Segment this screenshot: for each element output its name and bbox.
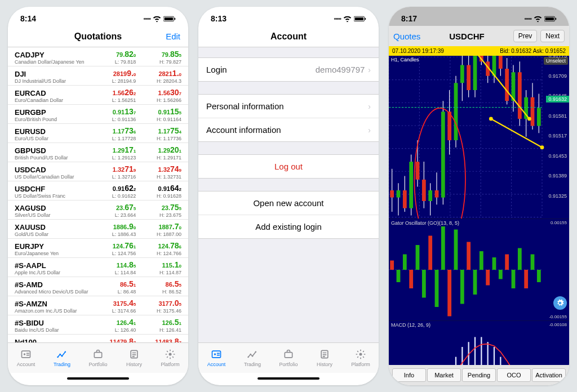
seg-info[interactable]: Info xyxy=(392,368,426,382)
quote-row[interactable]: #S-AMDAdvanced Micro Devic/US Dollar 86.… xyxy=(8,277,188,296)
low-value: L: 79.818 xyxy=(91,59,136,65)
high-value: H: 1.56266 xyxy=(136,97,181,103)
candle-panel[interactable]: H1, Candles Unselect 0.917730.917090.916… xyxy=(389,56,569,219)
page-title: Account xyxy=(270,32,307,42)
seg-oco[interactable]: OCO xyxy=(497,368,531,382)
quote-row[interactable]: Nd100Nasdaq 100/US Dollar 11479.87L: 114… xyxy=(8,335,188,342)
macd-panel[interactable]: MACD (12, 26, 9) -0.00108-0.00096-0.0009… xyxy=(389,320,569,365)
tab-history[interactable]: History xyxy=(307,343,343,373)
gator-chart[interactable] xyxy=(389,219,569,320)
status-bar: 8:14 ••••• xyxy=(8,7,188,26)
symbol: #S-BIDU xyxy=(15,319,91,327)
ask-price: 124.786 xyxy=(136,240,181,251)
svg-rect-21 xyxy=(285,353,292,358)
quote-row[interactable]: XAUUSDGold/US Dollar 1886.90L: 1886.43 1… xyxy=(8,220,188,239)
svg-rect-115 xyxy=(499,270,503,279)
quote-row[interactable]: GBPUSDBritish Pound/US Dollar 1.29171L: … xyxy=(8,143,188,162)
quotes-list[interactable]: CADJPYCanadian Dollar/Japanese Yen 79.82… xyxy=(8,47,188,342)
status-bar: 8:13 ••••• xyxy=(198,7,379,26)
svg-point-19 xyxy=(252,355,254,357)
row-logout[interactable]: Log out xyxy=(198,155,379,178)
seg-activation[interactable]: Activation xyxy=(532,368,566,382)
seg-pending[interactable]: Pending xyxy=(462,368,496,382)
settings-gear-button[interactable] xyxy=(553,296,567,310)
home-indicator xyxy=(8,373,188,385)
gator-panel[interactable]: Gator Oscillator (GO)(13, 8, 5) 0.00155-… xyxy=(389,219,569,320)
tab-platform[interactable]: Platform xyxy=(343,343,379,373)
high-value: H: 1887.00 xyxy=(136,231,181,237)
symbol-desc: Euro/Canadian Dollar xyxy=(15,97,91,103)
tab-platform[interactable]: Platform xyxy=(152,343,188,373)
row-open-account[interactable]: Open new account xyxy=(198,191,379,215)
svg-point-6 xyxy=(59,354,61,355)
quote-row[interactable]: #S-AMZNAmazon.com Inc./US Dollar 3175.45… xyxy=(8,296,188,315)
quote-row[interactable]: CADJPYCanadian Dollar/Japanese Yen 79.82… xyxy=(8,47,188,66)
row-account-info[interactable]: Account information› xyxy=(198,118,379,141)
portfolio-icon xyxy=(92,349,104,361)
tab-label: Platform xyxy=(161,362,180,367)
high-value: H: 1.17736 xyxy=(136,136,181,141)
chart-area[interactable]: H1, Candles Unselect 0.917730.917090.916… xyxy=(389,56,569,365)
prev-button[interactable]: Prev xyxy=(513,30,538,42)
quote-row[interactable]: XAGUSDSilver/US Dollar 23.675L: 23.664 2… xyxy=(8,201,188,220)
tab-account[interactable]: Account xyxy=(8,343,44,373)
quote-row[interactable]: #S-BIDUBaidu Inc/US Dollar 126.41L: 126.… xyxy=(8,315,188,335)
row-personal[interactable]: Personal information› xyxy=(198,95,379,118)
ask-price: 79.855 xyxy=(136,49,181,59)
symbol: #S-AMD xyxy=(15,281,91,289)
symbol: CADJPY xyxy=(15,51,91,59)
symbol-desc: Amazon.com Inc./US Dollar xyxy=(15,308,91,314)
tab-label: History xyxy=(317,362,332,367)
row-add-login[interactable]: Add existing login xyxy=(198,215,379,238)
bid-price: 79.820 xyxy=(91,49,136,59)
seg-market[interactable]: Market xyxy=(427,368,461,382)
quote-row[interactable]: #S-AAPLApple Inc./US Dollar 114.85L: 114… xyxy=(8,258,188,277)
section-info: Personal information› Account informatio… xyxy=(198,94,379,142)
svg-rect-105 xyxy=(435,270,439,307)
tab-label: Platform xyxy=(351,362,370,367)
svg-rect-116 xyxy=(505,254,509,270)
quote-row[interactable]: EURUSDEuro/US Dollar 1.17736L: 1.17728 1… xyxy=(8,124,188,143)
tab-portfolio[interactable]: Portfolio xyxy=(80,343,116,373)
quotes-link[interactable]: Quotes xyxy=(393,32,420,41)
ask-price: 126.51 xyxy=(136,317,181,327)
quote-row[interactable]: USDCHFUS Dollar/Swiss Franc 0.91622L: 0.… xyxy=(8,181,188,201)
row-login[interactable]: Login demo499797› xyxy=(198,58,379,81)
quote-row[interactable]: DJIDJ Industrial/US Dollar 28199.0L: 281… xyxy=(8,66,188,86)
svg-rect-104 xyxy=(428,235,432,270)
tab-history[interactable]: History xyxy=(116,343,152,373)
svg-rect-103 xyxy=(422,270,426,298)
account-icon xyxy=(20,349,32,361)
tab-bar: AccountTradingPortfolioHistoryPlatform xyxy=(198,342,379,373)
next-button[interactable]: Next xyxy=(540,30,565,42)
low-value: L: 1.17728 xyxy=(91,136,136,141)
symbol: XAGUSD xyxy=(15,204,91,212)
symbol-desc: Gold/US Dollar xyxy=(15,231,91,237)
quote-row[interactable]: EURGBPEuro/British Pound 0.91137L: 0.911… xyxy=(8,105,188,124)
tab-trading[interactable]: Trading xyxy=(44,343,80,373)
svg-rect-107 xyxy=(447,270,451,317)
svg-rect-108 xyxy=(454,229,458,270)
svg-point-89 xyxy=(414,108,465,219)
bid-price: 1.32719 xyxy=(91,164,136,174)
symbol-desc: Euro/British Pound xyxy=(15,117,91,122)
page-title: Quotations xyxy=(74,32,122,42)
svg-rect-138 xyxy=(487,342,489,365)
tab-account[interactable]: Account xyxy=(198,343,234,373)
tab-trading[interactable]: Trading xyxy=(234,343,270,373)
quote-row[interactable]: EURCADEuro/Canadian Dollar 1.56262L: 1.5… xyxy=(8,86,188,105)
ask-price: 1.56307 xyxy=(136,87,181,97)
candlestick-chart[interactable] xyxy=(389,56,569,219)
tab-portfolio[interactable]: Portfolio xyxy=(270,343,307,373)
svg-rect-102 xyxy=(416,245,420,270)
quote-row[interactable]: EURJPYEuro/Japanese Yen 124.761L: 124.75… xyxy=(8,239,188,258)
edit-button[interactable]: Edit xyxy=(166,32,180,41)
symbol: EURGBP xyxy=(15,109,91,117)
battery-icon xyxy=(163,16,176,22)
low-value: L: 1.32716 xyxy=(91,174,136,180)
svg-rect-113 xyxy=(486,270,490,286)
symbol: XAUUSD xyxy=(15,224,91,231)
svg-rect-101 xyxy=(409,270,413,288)
phone-quotations: 8:14 ••••• Quotations Edit CADJPYCanadia… xyxy=(8,7,188,385)
quote-row[interactable]: USDCADUS Dollar/Canadian Dollar 1.32719L… xyxy=(8,162,188,181)
